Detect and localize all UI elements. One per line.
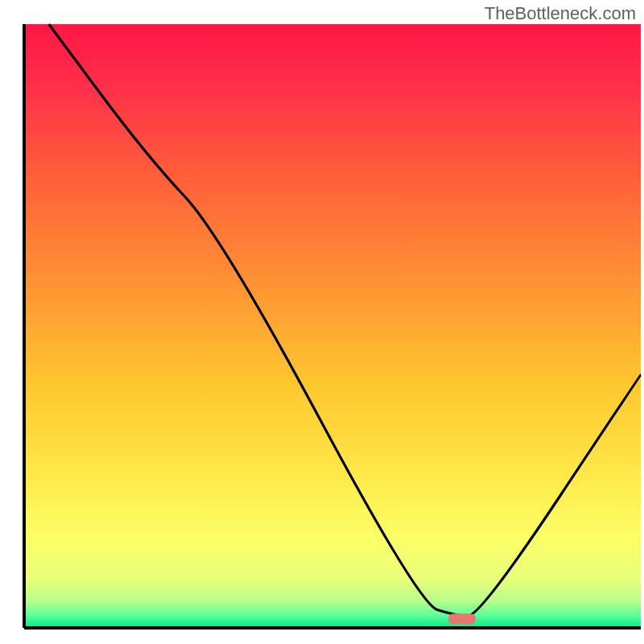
optimal-marker <box>448 613 476 624</box>
chart-container: TheBottleneck.com <box>0 0 644 644</box>
watermark-text: TheBottleneck.com <box>485 3 636 24</box>
bottleneck-chart <box>0 0 644 644</box>
